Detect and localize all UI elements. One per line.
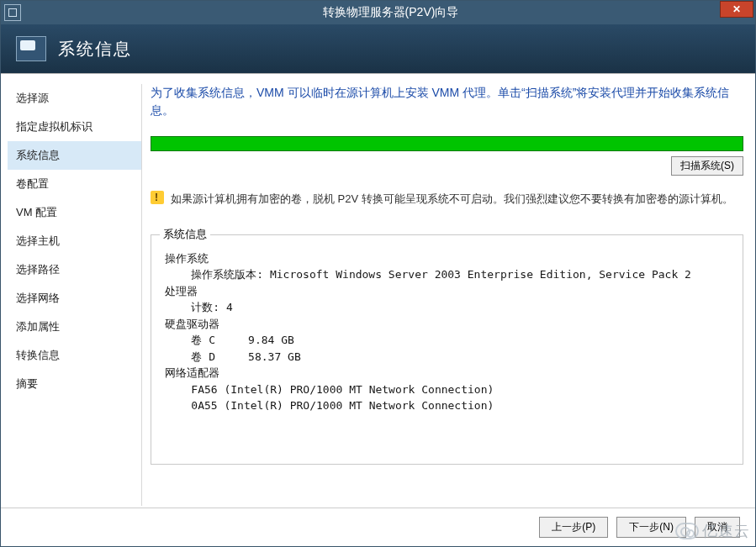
warning-icon (151, 191, 164, 204)
system-info-group: 系统信息 操作系统 操作系统版本: Microsoft Windows Serv… (151, 234, 743, 465)
next-button[interactable]: 下一步(N) (616, 517, 686, 538)
wizard-header: 系统信息 (1, 24, 755, 73)
scan-progress-bar (151, 136, 743, 151)
wizard-window: 转换物理服务器(P2V)向导 ✕ 系统信息 选择源 指定虚拟机标识 系统信息 卷… (0, 0, 756, 547)
step-volume-config[interactable]: 卷配置 (8, 170, 141, 198)
step-select-source[interactable]: 选择源 (8, 84, 141, 113)
cancel-button[interactable]: 取消 (695, 517, 740, 538)
step-select-host[interactable]: 选择主机 (8, 227, 141, 255)
scan-system-button[interactable]: 扫描系统(S) (671, 156, 743, 176)
close-icon: ✕ (732, 3, 741, 15)
warning-row: 如果源计算机拥有加密的卷，脱机 P2V 转换可能呈现系统不可启动。我们强烈建议您… (151, 191, 743, 208)
step-system-info[interactable]: 系统信息 (8, 141, 141, 170)
step-select-path[interactable]: 选择路径 (8, 255, 141, 284)
progress-area: 扫描系统(S) (151, 136, 743, 176)
window-title: 转换物理服务器(P2V)向导 (26, 5, 755, 20)
warning-text: 如果源计算机拥有加密的卷，脱机 P2V 转换可能呈现系统不可启动。我们强烈建议您… (171, 191, 733, 208)
wizard-steps-sidebar: 选择源 指定虚拟机标识 系统信息 卷配置 VM 配置 选择主机 选择路径 选择网… (8, 84, 142, 506)
close-button[interactable]: ✕ (720, 1, 753, 18)
step-vm-config[interactable]: VM 配置 (8, 198, 141, 227)
system-menu-icon[interactable] (4, 4, 21, 21)
step-summary[interactable]: 摘要 (8, 370, 141, 398)
system-info-content: 操作系统 操作系统版本: Microsoft Windows Server 20… (151, 235, 743, 423)
titlebar: 转换物理服务器(P2V)向导 ✕ (1, 1, 755, 24)
wizard-main: 为了收集系统信息，VMM 可以临时在源计算机上安装 VMM 代理。单击“扫描系统… (151, 84, 743, 506)
step-conversion-info[interactable]: 转换信息 (8, 341, 141, 370)
prev-button[interactable]: 上一步(P) (539, 517, 608, 538)
step-vm-identity[interactable]: 指定虚拟机标识 (8, 113, 141, 141)
step-add-properties[interactable]: 添加属性 (8, 313, 141, 341)
header-title: 系统信息 (58, 38, 132, 60)
step-select-network[interactable]: 选择网络 (8, 284, 141, 313)
intro-text: 为了收集系统信息，VMM 可以临时在源计算机上安装 VMM 代理。单击“扫描系统… (151, 84, 743, 119)
wizard-footer: 上一步(P) 下一步(N) 取消 (1, 508, 755, 546)
wizard-body: 选择源 指定虚拟机标识 系统信息 卷配置 VM 配置 选择主机 选择路径 选择网… (1, 73, 755, 546)
header-icon (16, 36, 46, 61)
group-legend: 系统信息 (160, 227, 210, 242)
